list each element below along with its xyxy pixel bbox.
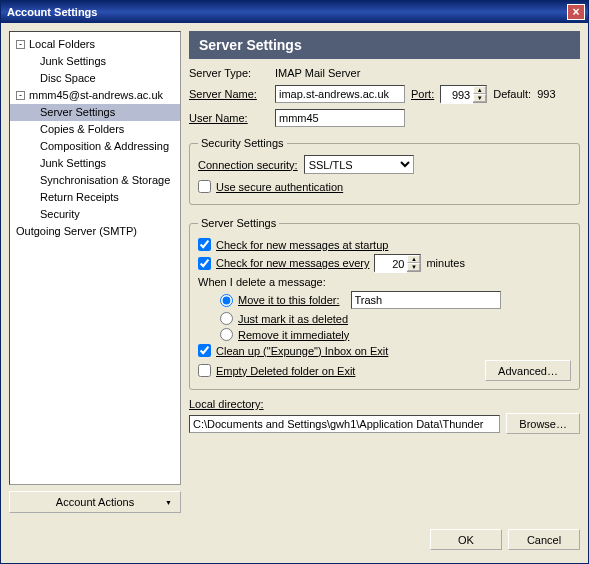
secure-auth-label: Use secure authentication	[216, 181, 343, 193]
spinner-down-icon[interactable]: ▼	[473, 94, 486, 102]
tree-item[interactable]: -mmm45@st-andrews.ac.uk	[10, 87, 180, 104]
security-legend: Security Settings	[198, 137, 287, 149]
tree-item[interactable]: -Local Folders	[10, 36, 180, 53]
just-mark-label: Just mark it as deleted	[238, 313, 348, 325]
panel-header: Server Settings	[189, 31, 580, 59]
empty-deleted-label: Empty Deleted folder on Exit	[216, 365, 355, 377]
server-settings-group: Server Settings Check for new messages a…	[189, 217, 580, 390]
ok-button[interactable]: OK	[430, 529, 502, 550]
tree-item[interactable]: Junk Settings	[10, 155, 180, 172]
trash-folder-input[interactable]	[351, 291, 501, 309]
port-input[interactable]	[441, 86, 473, 104]
tree-item-label: Server Settings	[40, 106, 115, 118]
server-name-input[interactable]	[275, 85, 405, 103]
check-every-input[interactable]	[375, 255, 407, 273]
tree-toggle-icon[interactable]: -	[16, 40, 25, 49]
check-every-spinner[interactable]: ▲ ▼	[374, 254, 421, 272]
default-value: 993	[537, 88, 555, 100]
tree-item-label: Synchronisation & Storage	[40, 174, 170, 186]
tree-item-label: Disc Space	[40, 72, 96, 84]
local-dir-input[interactable]	[189, 415, 500, 433]
tree-item[interactable]: Return Receipts	[10, 189, 180, 206]
server-name-label: Server Name:	[189, 88, 269, 100]
connection-security-select[interactable]: SSL/TLS	[304, 155, 414, 174]
empty-deleted-checkbox[interactable]	[198, 364, 211, 377]
tree-item[interactable]: Composition & Addressing	[10, 138, 180, 155]
tree-item[interactable]: Synchronisation & Storage	[10, 172, 180, 189]
check-every-label-pre: Check for new messages every	[216, 257, 369, 269]
account-actions-label: Account Actions	[56, 496, 134, 508]
check-every-checkbox[interactable]	[198, 257, 211, 270]
server-type-value: IMAP Mail Server	[275, 67, 360, 79]
tree-item-label: Junk Settings	[40, 157, 106, 169]
browse-button[interactable]: Browse…	[506, 413, 580, 434]
close-button[interactable]: ×	[567, 4, 585, 20]
secure-auth-checkbox[interactable]	[198, 180, 211, 193]
cancel-button[interactable]: Cancel	[508, 529, 580, 550]
tree-item[interactable]: Copies & Folders	[10, 121, 180, 138]
check-every-label-post: minutes	[426, 257, 465, 269]
port-label: Port:	[411, 88, 434, 100]
tree-item-label: Composition & Addressing	[40, 140, 169, 152]
expunge-checkbox[interactable]	[198, 344, 211, 357]
close-icon: ×	[572, 5, 579, 19]
port-spinner[interactable]: ▲ ▼	[440, 85, 487, 103]
tree-item-label: Security	[40, 208, 80, 220]
advanced-button[interactable]: Advanced…	[485, 360, 571, 381]
local-dir-label: Local directory:	[189, 398, 580, 410]
tree-item[interactable]: Junk Settings	[10, 53, 180, 70]
when-delete-label: When I delete a message:	[198, 276, 571, 288]
user-name-label: User Name:	[189, 112, 269, 124]
content-area: -Local FoldersJunk SettingsDisc Space-mm…	[1, 23, 588, 521]
dropdown-arrow-icon: ▼	[165, 499, 172, 506]
tree-item-label: mmm45@st-andrews.ac.uk	[29, 89, 163, 101]
spinner-up-icon[interactable]: ▲	[473, 86, 486, 94]
security-settings-group: Security Settings Connection security: S…	[189, 137, 580, 205]
title-bar: Account Settings ×	[1, 1, 588, 23]
tree-item-label: Local Folders	[29, 38, 95, 50]
server-type-label: Server Type:	[189, 67, 269, 79]
window-title: Account Settings	[7, 6, 97, 18]
expunge-label: Clean up ("Expunge") Inbox on Exit	[216, 345, 388, 357]
tree-item[interactable]: Disc Space	[10, 70, 180, 87]
spinner-up-icon[interactable]: ▲	[407, 255, 420, 263]
tree-toggle-icon[interactable]: -	[16, 91, 25, 100]
tree-item-label: Junk Settings	[40, 55, 106, 67]
tree-item-label: Outgoing Server (SMTP)	[16, 225, 137, 237]
user-name-input[interactable]	[275, 109, 405, 127]
just-mark-radio[interactable]	[220, 312, 233, 325]
check-startup-label: Check for new messages at startup	[216, 239, 388, 251]
sidebar: -Local FoldersJunk SettingsDisc Space-mm…	[9, 31, 181, 513]
tree-item-label: Copies & Folders	[40, 123, 124, 135]
remove-immediately-radio[interactable]	[220, 328, 233, 341]
check-startup-checkbox[interactable]	[198, 238, 211, 251]
account-actions-button[interactable]: Account Actions ▼	[9, 491, 181, 513]
tree-item[interactable]: Outgoing Server (SMTP)	[10, 223, 180, 240]
default-label: Default:	[493, 88, 531, 100]
tree-item[interactable]: Security	[10, 206, 180, 223]
remove-immediately-label: Remove it immediately	[238, 329, 349, 341]
tree-item-label: Return Receipts	[40, 191, 119, 203]
account-tree[interactable]: -Local FoldersJunk SettingsDisc Space-mm…	[9, 31, 181, 485]
move-folder-label: Move it to this folder:	[238, 294, 340, 306]
move-folder-radio[interactable]	[220, 294, 233, 307]
server-legend: Server Settings	[198, 217, 279, 229]
connection-security-label: Connection security:	[198, 159, 298, 171]
dialog-buttons: OK Cancel	[1, 521, 588, 558]
spinner-down-icon[interactable]: ▼	[407, 263, 420, 271]
main-panel: Server Settings Server Type: IMAP Mail S…	[189, 31, 580, 513]
tree-item[interactable]: Server Settings	[10, 104, 180, 121]
